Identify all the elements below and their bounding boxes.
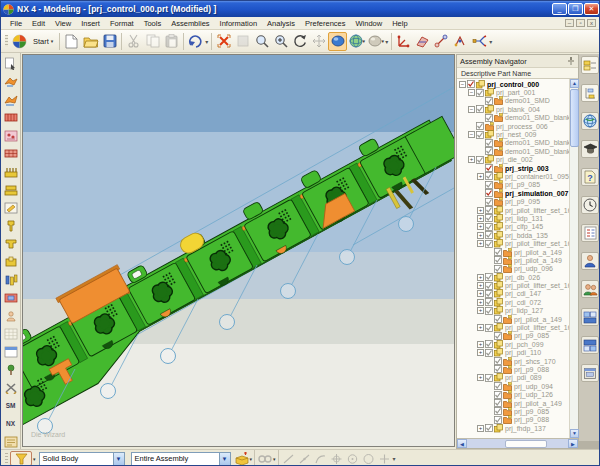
save-button[interactable] (100, 32, 119, 51)
history-icon[interactable] (581, 196, 599, 214)
navigator-vertical-scrollbar[interactable]: ▲ ▼ (569, 79, 578, 438)
tree-row-prj_container01_095[interactable]: +prj_container01_095 (457, 172, 569, 180)
mdi-close-button[interactable]: x (587, 19, 596, 27)
web-browser-icon[interactable] (581, 112, 599, 130)
selection-type-combo[interactable]: Solid Body ▼ (39, 452, 125, 466)
tree-row-prj_pilot_lifter_set_166[interactable]: +prj_pilot_lifter_set_166 (457, 323, 569, 331)
menu-file[interactable]: File (5, 18, 27, 29)
sheet-metal-icon[interactable]: SM (2, 397, 19, 414)
palette-two-icon[interactable] (581, 336, 599, 354)
tree-row-prj_fhdp_137[interactable]: +prj_fhdp_137 (457, 424, 569, 432)
check-icon[interactable] (485, 273, 493, 281)
check-icon[interactable] (485, 374, 493, 382)
snap-center-icon[interactable] (345, 451, 361, 466)
expander-icon[interactable]: − (468, 106, 475, 113)
check-icon[interactable] (494, 265, 502, 273)
wireframe-display-button[interactable]: ▾ (347, 32, 366, 51)
menu-tools[interactable]: Tools (139, 18, 167, 29)
tree-row-prj_pilot_lifter_set_166[interactable]: +prj_pilot_lifter_set_166 (457, 206, 569, 214)
expander-icon[interactable]: + (477, 349, 484, 356)
paste-button[interactable] (162, 32, 181, 51)
menu-format[interactable]: Format (105, 18, 139, 29)
check-icon[interactable] (494, 399, 502, 407)
expander-icon[interactable]: − (459, 81, 466, 88)
close-button[interactable]: ✕ (584, 3, 599, 15)
open-in-window-button[interactable] (234, 451, 250, 466)
tree-row-prj_nest_009[interactable]: −prj_nest_009 (457, 130, 569, 138)
tools-icon[interactable] (2, 379, 19, 396)
check-icon[interactable] (485, 181, 493, 189)
expander-icon[interactable]: + (477, 290, 484, 297)
mdi-restore-button[interactable]: ▫ (576, 19, 585, 27)
tree-row-prj_pilot_a_149[interactable]: −prj_pilot_a_149 (457, 256, 569, 264)
check-icon[interactable] (485, 206, 493, 214)
measure-button[interactable] (432, 32, 451, 51)
minimize-button[interactable]: _ (552, 3, 567, 15)
expander-icon[interactable]: + (477, 223, 484, 230)
check-icon[interactable] (485, 282, 493, 290)
expander-icon[interactable]: + (477, 173, 484, 180)
scroll-down-arrow[interactable]: ▼ (570, 429, 579, 438)
check-icon[interactable] (476, 89, 484, 97)
expander-icon[interactable]: + (477, 307, 484, 314)
tree-row-demo01_SMD_blank[interactable]: −demo01_SMD_blank (457, 114, 569, 122)
check-icon[interactable] (494, 248, 502, 256)
tree-row-prj_pilot_a_149[interactable]: −prj_pilot_a_149 (457, 399, 569, 407)
check-icon[interactable] (494, 391, 502, 399)
scroll-thumb[interactable] (570, 89, 579, 147)
tree-row-prj_lidp_131[interactable]: +prj_lidp_131 (457, 214, 569, 222)
toolbar-overflow-dot[interactable]: ▾ (393, 455, 397, 462)
expander-icon[interactable]: + (477, 341, 484, 348)
undo-button[interactable] (186, 32, 205, 51)
menu-assemblies[interactable]: Assemblies (166, 18, 214, 29)
check-icon[interactable] (476, 122, 484, 130)
check-icon[interactable] (494, 256, 502, 264)
tree-row-prj_p9_085[interactable]: −prj_p9_085 (457, 407, 569, 415)
strip-layout-icon[interactable] (2, 109, 19, 126)
snap-circle-icon[interactable] (361, 451, 377, 466)
check-icon[interactable] (485, 172, 493, 180)
help-icon[interactable]: ? (581, 168, 599, 186)
toolbar-overflow-dot[interactable]: ▾ (489, 38, 493, 45)
check-icon[interactable] (485, 307, 493, 315)
graphics-viewport[interactable]: Die Wizard (22, 54, 455, 447)
navigator-horizontal-scrollbar[interactable]: ◀ ▶ (457, 438, 578, 448)
expander-icon[interactable]: + (477, 425, 484, 432)
tree-row-prj_bdda_135[interactable]: +prj_bdda_135 (457, 231, 569, 239)
expander-icon[interactable]: + (477, 207, 484, 214)
tree-row-prj_part_001[interactable]: −prj_part_001 (457, 88, 569, 96)
combo-arrow-icon[interactable]: ▼ (219, 453, 230, 465)
expander-icon[interactable]: + (477, 232, 484, 239)
hscroll-thumb[interactable] (505, 440, 547, 448)
link-button[interactable] (257, 451, 273, 466)
tree-row-prj_p9_095[interactable]: −prj_p9_095 (457, 197, 569, 205)
check-icon[interactable] (476, 156, 484, 164)
type-filter-caret[interactable]: ▾ (33, 456, 36, 462)
check-icon[interactable] (485, 223, 493, 231)
check-icon[interactable] (485, 424, 493, 432)
tree-row-prj_pdi_089[interactable]: +prj_pdi_089 (457, 374, 569, 382)
tree-row-prj_process_006[interactable]: −prj_process_006 (457, 122, 569, 130)
punch-design-icon[interactable] (2, 217, 19, 234)
snap-arc-icon[interactable] (313, 451, 329, 466)
tree-row-prj_p9_088[interactable]: −prj_p9_088 (457, 365, 569, 373)
tree-row-prj_udp_126[interactable]: −prj_udp_126 (457, 390, 569, 398)
tree-row-prj_cdi_072[interactable]: +prj_cdi_072 (457, 298, 569, 306)
expander-icon[interactable]: − (468, 89, 475, 96)
check-icon[interactable] (467, 80, 475, 88)
check-icon[interactable] (485, 349, 493, 357)
check-icon[interactable] (494, 407, 502, 415)
rotate-view-button[interactable] (290, 32, 309, 51)
tree-row-prj_p9_085[interactable]: −prj_p9_085 (457, 332, 569, 340)
check-icon[interactable] (485, 231, 493, 239)
check-icon[interactable] (494, 357, 502, 365)
copy-button[interactable] (143, 32, 162, 51)
snap-plus-icon[interactable] (377, 451, 393, 466)
blank-layout-icon[interactable] (2, 145, 19, 162)
combo-arrow-icon[interactable]: ▼ (113, 453, 124, 465)
expander-icon[interactable]: + (477, 324, 484, 331)
tree-row-demo01_SMD_blank[interactable]: −demo01_SMD_blank (457, 139, 569, 147)
expander-icon[interactable]: + (477, 274, 484, 281)
toolbar-overflow-dot[interactable]: ▾ (205, 38, 209, 45)
check-icon[interactable] (485, 214, 493, 222)
